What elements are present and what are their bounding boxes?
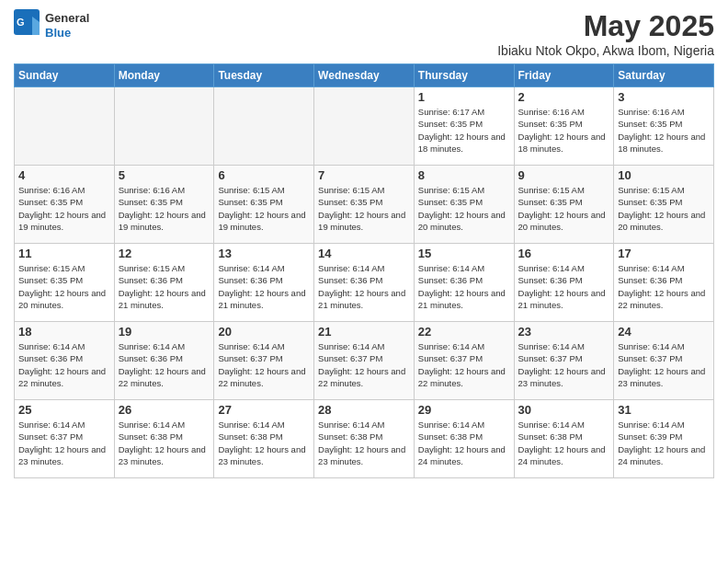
- calendar-cell: 21Sunrise: 6:14 AMSunset: 6:37 PMDayligh…: [314, 322, 415, 400]
- weekday-header-friday: Friday: [514, 64, 614, 87]
- calendar-week-2: 4Sunrise: 6:16 AMSunset: 6:35 PMDaylight…: [15, 166, 714, 244]
- calendar-cell: 1Sunrise: 6:17 AMSunset: 6:35 PMDaylight…: [414, 87, 514, 166]
- day-number: 8: [418, 168, 510, 182]
- day-number: 31: [618, 403, 710, 417]
- day-number: 19: [119, 325, 210, 339]
- day-info: Sunrise: 6:14 AMSunset: 6:36 PMDaylight:…: [418, 262, 510, 311]
- calendar-cell: 14Sunrise: 6:14 AMSunset: 6:36 PMDayligh…: [314, 244, 415, 322]
- calendar-cell: [15, 87, 115, 166]
- weekday-header-thursday: Thursday: [414, 64, 514, 87]
- calendar-cell: 12Sunrise: 6:15 AMSunset: 6:36 PMDayligh…: [114, 244, 214, 322]
- calendar-cell: 15Sunrise: 6:14 AMSunset: 6:36 PMDayligh…: [414, 244, 514, 322]
- day-info: Sunrise: 6:14 AMSunset: 6:36 PMDaylight:…: [18, 340, 110, 389]
- day-info: Sunrise: 6:16 AMSunset: 6:35 PMDaylight:…: [18, 184, 110, 233]
- month-title: May 2025: [497, 9, 714, 43]
- calendar-cell: [214, 87, 314, 166]
- calendar-cell: 20Sunrise: 6:14 AMSunset: 6:37 PMDayligh…: [214, 322, 314, 400]
- calendar-cell: 11Sunrise: 6:15 AMSunset: 6:35 PMDayligh…: [15, 244, 115, 322]
- day-number: 25: [18, 403, 110, 417]
- calendar-cell: [314, 87, 415, 166]
- day-info: Sunrise: 6:15 AMSunset: 6:35 PMDaylight:…: [518, 184, 610, 233]
- calendar-cell: 8Sunrise: 6:15 AMSunset: 6:35 PMDaylight…: [414, 166, 514, 244]
- day-info: Sunrise: 6:14 AMSunset: 6:36 PMDaylight:…: [518, 262, 610, 311]
- svg-text:G: G: [17, 17, 25, 28]
- day-number: 28: [318, 403, 410, 417]
- day-number: 26: [119, 403, 210, 417]
- header: G General Blue May 2025 Ibiaku Ntok Okpo…: [14, 9, 714, 58]
- day-number: 23: [518, 325, 610, 339]
- day-info: Sunrise: 6:14 AMSunset: 6:38 PMDaylight:…: [119, 419, 210, 467]
- calendar-cell: 22Sunrise: 6:14 AMSunset: 6:37 PMDayligh…: [414, 322, 514, 400]
- day-info: Sunrise: 6:14 AMSunset: 6:38 PMDaylight:…: [518, 419, 610, 467]
- day-number: 14: [318, 247, 410, 260]
- day-number: 5: [119, 168, 210, 182]
- page: G General Blue May 2025 Ibiaku Ntok Okpo…: [0, 0, 728, 563]
- calendar-header-row: SundayMondayTuesdayWednesdayThursdayFrid…: [15, 64, 714, 87]
- day-number: 1: [418, 90, 510, 104]
- calendar-cell: 27Sunrise: 6:14 AMSunset: 6:38 PMDayligh…: [214, 400, 314, 478]
- day-number: 11: [18, 247, 110, 260]
- day-info: Sunrise: 6:14 AMSunset: 6:37 PMDaylight:…: [318, 340, 410, 389]
- logo-icon: G: [14, 9, 41, 41]
- calendar-cell: 29Sunrise: 6:14 AMSunset: 6:38 PMDayligh…: [414, 400, 514, 478]
- logo: G General Blue: [14, 9, 89, 41]
- day-number: 13: [218, 247, 310, 260]
- day-number: 3: [618, 90, 710, 104]
- day-number: 2: [518, 90, 610, 104]
- day-info: Sunrise: 6:14 AMSunset: 6:37 PMDaylight:…: [518, 340, 610, 389]
- weekday-header-monday: Monday: [114, 64, 214, 87]
- day-info: Sunrise: 6:14 AMSunset: 6:37 PMDaylight:…: [18, 419, 110, 467]
- day-number: 4: [18, 168, 110, 182]
- logo-blue-text: Blue: [45, 26, 89, 40]
- day-info: Sunrise: 6:14 AMSunset: 6:36 PMDaylight:…: [318, 262, 410, 311]
- calendar-cell: 10Sunrise: 6:15 AMSunset: 6:35 PMDayligh…: [614, 166, 714, 244]
- day-info: Sunrise: 6:14 AMSunset: 6:38 PMDaylight:…: [218, 419, 310, 467]
- calendar-cell: 18Sunrise: 6:14 AMSunset: 6:36 PMDayligh…: [15, 322, 115, 400]
- day-number: 20: [218, 325, 310, 339]
- day-number: 7: [318, 168, 410, 182]
- day-info: Sunrise: 6:15 AMSunset: 6:35 PMDaylight:…: [618, 184, 710, 233]
- calendar-cell: 25Sunrise: 6:14 AMSunset: 6:37 PMDayligh…: [15, 400, 115, 478]
- day-info: Sunrise: 6:15 AMSunset: 6:36 PMDaylight:…: [119, 262, 210, 311]
- title-block: May 2025 Ibiaku Ntok Okpo, Akwa Ibom, Ni…: [497, 9, 714, 58]
- day-info: Sunrise: 6:14 AMSunset: 6:38 PMDaylight:…: [418, 419, 510, 467]
- day-number: 15: [418, 247, 510, 260]
- day-info: Sunrise: 6:14 AMSunset: 6:36 PMDaylight:…: [218, 262, 310, 311]
- day-info: Sunrise: 6:14 AMSunset: 6:37 PMDaylight:…: [218, 340, 310, 389]
- calendar-week-4: 18Sunrise: 6:14 AMSunset: 6:36 PMDayligh…: [15, 322, 714, 400]
- calendar-cell: 7Sunrise: 6:15 AMSunset: 6:35 PMDaylight…: [314, 166, 415, 244]
- day-number: 16: [518, 247, 610, 260]
- day-number: 22: [418, 325, 510, 339]
- calendar-cell: 2Sunrise: 6:16 AMSunset: 6:35 PMDaylight…: [514, 87, 614, 166]
- day-info: Sunrise: 6:14 AMSunset: 6:39 PMDaylight:…: [618, 419, 710, 467]
- day-number: 27: [218, 403, 310, 417]
- day-info: Sunrise: 6:14 AMSunset: 6:38 PMDaylight:…: [318, 419, 410, 467]
- calendar-cell: 4Sunrise: 6:16 AMSunset: 6:35 PMDaylight…: [15, 166, 115, 244]
- day-info: Sunrise: 6:16 AMSunset: 6:35 PMDaylight:…: [119, 184, 210, 233]
- day-number: 12: [119, 247, 210, 260]
- day-info: Sunrise: 6:15 AMSunset: 6:35 PMDaylight:…: [218, 184, 310, 233]
- calendar-cell: 17Sunrise: 6:14 AMSunset: 6:36 PMDayligh…: [614, 244, 714, 322]
- day-number: 21: [318, 325, 410, 339]
- calendar-cell: 28Sunrise: 6:14 AMSunset: 6:38 PMDayligh…: [314, 400, 415, 478]
- calendar-cell: 26Sunrise: 6:14 AMSunset: 6:38 PMDayligh…: [114, 400, 214, 478]
- calendar-cell: 13Sunrise: 6:14 AMSunset: 6:36 PMDayligh…: [214, 244, 314, 322]
- day-info: Sunrise: 6:14 AMSunset: 6:36 PMDaylight:…: [618, 262, 710, 311]
- day-number: 24: [618, 325, 710, 339]
- calendar-cell: 23Sunrise: 6:14 AMSunset: 6:37 PMDayligh…: [514, 322, 614, 400]
- day-info: Sunrise: 6:14 AMSunset: 6:37 PMDaylight:…: [418, 340, 510, 389]
- calendar-week-1: 1Sunrise: 6:17 AMSunset: 6:35 PMDaylight…: [15, 87, 714, 166]
- day-number: 17: [618, 247, 710, 260]
- day-number: 29: [418, 403, 510, 417]
- day-number: 18: [18, 325, 110, 339]
- day-info: Sunrise: 6:16 AMSunset: 6:35 PMDaylight:…: [618, 106, 710, 155]
- calendar-cell: [114, 87, 214, 166]
- day-number: 6: [218, 168, 310, 182]
- calendar: SundayMondayTuesdayWednesdayThursdayFrid…: [14, 63, 714, 478]
- day-info: Sunrise: 6:17 AMSunset: 6:35 PMDaylight:…: [418, 106, 510, 155]
- weekday-header-sunday: Sunday: [15, 64, 115, 87]
- day-number: 30: [518, 403, 610, 417]
- weekday-header-wednesday: Wednesday: [314, 64, 415, 87]
- calendar-cell: 9Sunrise: 6:15 AMSunset: 6:35 PMDaylight…: [514, 166, 614, 244]
- weekday-header-saturday: Saturday: [614, 64, 714, 87]
